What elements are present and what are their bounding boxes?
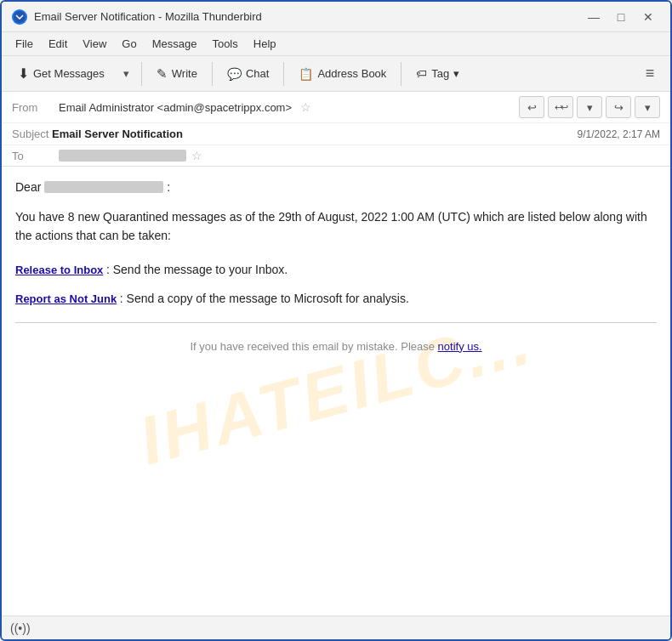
release-inbox-desc: : Send the message to your Inbox. — [106, 263, 288, 276]
release-inbox-link[interactable]: Release to Inbox — [15, 264, 103, 276]
forward-icon: ↪ — [614, 101, 624, 114]
forward-button[interactable]: ↪ — [606, 96, 631, 118]
window-controls: — □ ✕ — [582, 8, 660, 26]
dear-line: Dear : — [15, 180, 657, 194]
to-row: To ☆ — [2, 145, 670, 166]
toolbar: ⬇ Get Messages ▾ ✎ Write 💬 Chat 📋 Addres… — [2, 56, 670, 92]
close-button[interactable]: ✕ — [636, 8, 660, 26]
chat-label: Chat — [246, 67, 269, 80]
reply-button[interactable]: ↩ — [519, 96, 544, 118]
chat-button[interactable]: 💬 Chat — [218, 63, 278, 85]
menu-go[interactable]: Go — [115, 35, 143, 53]
chat-icon: 💬 — [227, 67, 242, 81]
report-not-junk-link[interactable]: Report as Not Junk — [15, 292, 117, 305]
connection-status-icon: ((•)) — [10, 621, 31, 635]
toolbar-sep-3 — [283, 62, 284, 86]
dear-suffix: : — [167, 180, 170, 194]
status-bar: ((•)) — [2, 615, 670, 639]
address-book-icon: 📋 — [299, 67, 313, 81]
hamburger-menu-button[interactable]: ≡ — [636, 60, 663, 88]
email-header: From Email Administrator <admin@spacetri… — [2, 92, 670, 167]
get-messages-dropdown[interactable]: ▾ — [117, 60, 136, 88]
email-divider — [15, 322, 657, 323]
menu-tools[interactable]: Tools — [205, 35, 244, 53]
window-title: Email Server Notification - Mozilla Thun… — [34, 10, 262, 23]
dear-prefix: Dear — [15, 180, 41, 194]
to-star-icon[interactable]: ☆ — [191, 149, 202, 162]
email-actions: ↩ ↩↩ ▾ ↪ ▾ — [519, 96, 660, 118]
footer-static-text: If you have received this email by mista… — [190, 340, 437, 353]
star-icon[interactable]: ☆ — [300, 100, 311, 114]
reply-all-icon: ↩↩ — [555, 102, 567, 113]
get-messages-icon: ⬇ — [18, 65, 29, 82]
footer: If you have received this email by mista… — [15, 340, 657, 366]
email-body: IHATEILC... Dear : You have 8 new Quaran… — [2, 167, 670, 615]
address-book-label: Address Book — [317, 67, 386, 80]
app-icon — [12, 9, 27, 25]
to-address-blurred — [59, 150, 186, 162]
toolbar-sep-1 — [141, 62, 142, 86]
release-inbox-row: Release to Inbox : Send the message to y… — [15, 263, 657, 276]
subject-value: Email Server Notification — [52, 128, 183, 140]
from-label: From — [12, 101, 59, 114]
tag-icon: 🏷 — [416, 67, 427, 80]
report-not-junk-desc: : Send a copy of the message to Microsof… — [120, 292, 409, 305]
reply-icon: ↩ — [527, 101, 537, 114]
main-paragraph: You have 8 new Quarantined messages as o… — [15, 207, 657, 246]
tag-button[interactable]: 🏷 Tag ▾ — [407, 63, 469, 84]
minimize-button[interactable]: — — [582, 8, 606, 26]
menu-file[interactable]: File — [9, 35, 40, 53]
from-row: From Email Administrator <admin@spacetri… — [2, 92, 670, 123]
more-icon: ▾ — [645, 101, 651, 114]
toolbar-sep-2 — [212, 62, 213, 86]
email-body-content: Dear : You have 8 new Quarantined messag… — [15, 180, 657, 366]
subject-area: Subject Email Server Notification — [12, 128, 183, 140]
main-window: Email Server Notification - Mozilla Thun… — [0, 0, 672, 641]
email-date: 9/1/2022, 2:17 AM — [578, 128, 660, 140]
write-icon: ✎ — [157, 66, 168, 82]
subject-row: Subject Email Server Notification 9/1/20… — [2, 123, 670, 145]
get-messages-label: Get Messages — [33, 67, 105, 80]
svg-point-0 — [14, 11, 26, 23]
tag-dropdown-icon: ▾ — [453, 67, 459, 80]
from-address: Email Administrator <admin@spacetrippx.c… — [59, 101, 292, 114]
maximize-button[interactable]: □ — [609, 8, 633, 26]
title-bar: Email Server Notification - Mozilla Thun… — [2, 2, 670, 32]
menu-help[interactable]: Help — [247, 35, 283, 53]
write-button[interactable]: ✎ Write — [147, 62, 207, 86]
menu-edit[interactable]: Edit — [42, 35, 74, 53]
from-value: Email Administrator <admin@spacetrippx.c… — [59, 100, 519, 114]
address-book-button[interactable]: 📋 Address Book — [289, 63, 396, 85]
reply-all-button[interactable]: ↩↩ — [548, 96, 573, 118]
toolbar-sep-4 — [401, 62, 401, 86]
recipient-name-blurred — [44, 181, 163, 193]
subject-label: Subject — [12, 128, 48, 140]
title-bar-left: Email Server Notification - Mozilla Thun… — [12, 9, 262, 25]
menu-message[interactable]: Message — [145, 35, 204, 53]
menu-bar: File Edit View Go Message Tools Help — [2, 32, 670, 56]
get-messages-button[interactable]: ⬇ Get Messages — [9, 61, 114, 86]
to-label: To — [12, 150, 59, 162]
report-not-junk-row: Report as Not Junk : Send a copy of the … — [15, 292, 657, 305]
menu-view[interactable]: View — [76, 35, 113, 53]
chevron-down-icon: ▾ — [587, 101, 593, 114]
tag-label: Tag — [431, 67, 449, 80]
more-actions-button[interactable]: ▾ — [635, 96, 660, 118]
write-label: Write — [172, 67, 197, 80]
notify-us-link[interactable]: notify us. — [438, 340, 482, 353]
expand-icon-btn[interactable]: ▾ — [577, 96, 602, 118]
